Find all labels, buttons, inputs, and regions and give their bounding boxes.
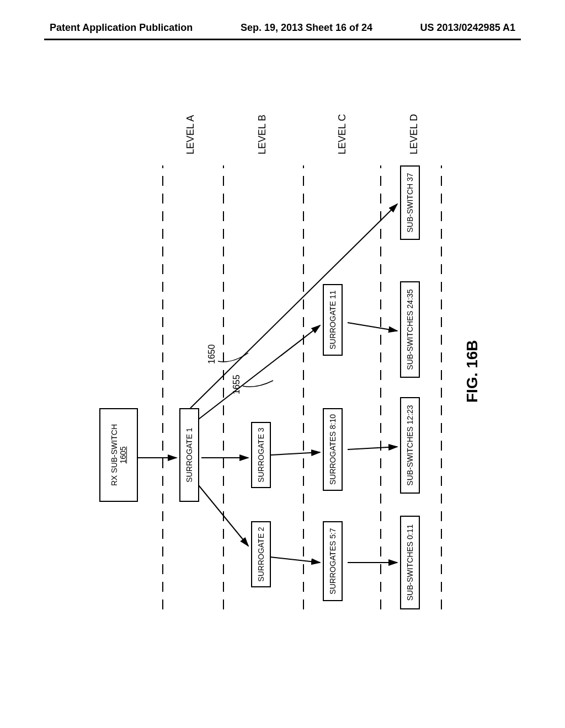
surrogate-3-label: SURROGATE 3 xyxy=(257,427,265,482)
page-header: Patent Application Publication Sep. 19, … xyxy=(0,22,565,34)
surrogate-2-label: SURROGATE 2 xyxy=(257,527,265,581)
svg-line-14 xyxy=(348,323,397,331)
node-surrogate-11: SURROGATE 11 xyxy=(323,284,343,356)
page: Patent Application Publication Sep. 19, … xyxy=(0,0,565,728)
sub-switch-37-label: SUB-SWITCH 37 xyxy=(406,173,414,232)
diagram-svg xyxy=(66,88,502,640)
node-surrogate-1: SURROGATE 1 xyxy=(179,408,199,502)
sub-switches-0-11-label: SUB-SWITCHES 0:11 xyxy=(406,524,414,601)
node-sub-switch-37: SUB-SWITCH 37 xyxy=(400,165,420,240)
level-a-label: LEVEL A xyxy=(185,115,196,154)
figure-area: RX SUB-SWITCH 1605 SURROGATE 1 SURROGATE… xyxy=(66,88,502,640)
surrogate-1-label: SURROGATE 1 xyxy=(185,427,194,482)
root-label-line1: RX SUB-SWITCH xyxy=(110,424,119,486)
svg-line-11 xyxy=(270,452,320,455)
ref-1650: 1650 xyxy=(207,344,217,364)
ref-1655: 1655 xyxy=(232,374,242,394)
svg-line-9 xyxy=(190,204,397,408)
surrogates-5-7-label: SURROGATES 5:7 xyxy=(328,528,337,594)
svg-line-10 xyxy=(270,557,320,563)
rotated-figure: RX SUB-SWITCH 1605 SURROGATE 1 SURROGATE… xyxy=(66,88,502,640)
node-sub-switches-0-11: SUB-SWITCHES 0:11 xyxy=(400,516,420,609)
surrogate-11-label: SURROGATE 11 xyxy=(328,290,337,349)
svg-line-13 xyxy=(348,447,397,449)
header-rule xyxy=(44,39,521,40)
level-d-label: LEVEL D xyxy=(408,114,420,154)
header-center: Sep. 19, 2013 Sheet 16 of 24 xyxy=(241,22,372,34)
node-surrogates-5-7: SURROGATES 5:7 xyxy=(323,521,343,601)
level-b-label: LEVEL B xyxy=(257,115,268,154)
header-right: US 2013/0242985 A1 xyxy=(420,22,515,34)
node-rx-sub-switch: RX SUB-SWITCH 1605 xyxy=(99,408,138,502)
sub-switches-12-23-label: SUB-SWITCHES 12:23 xyxy=(406,405,414,485)
node-sub-switches-24-35: SUB-SWITCHES 24:35 xyxy=(400,281,420,378)
figure-caption: FIG. 16B xyxy=(463,340,481,403)
header-left: Patent Application Publication xyxy=(50,22,193,34)
sub-switches-24-35-label: SUB-SWITCHES 24:35 xyxy=(406,289,414,370)
root-label-line2: 1605 xyxy=(119,446,127,463)
node-surrogate-3: SURROGATE 3 xyxy=(251,422,271,488)
node-surrogates-8-10: SURROGATES 8:10 xyxy=(323,408,343,491)
level-c-label: LEVEL C xyxy=(337,114,348,154)
node-sub-switches-12-23: SUB-SWITCHES 12:23 xyxy=(400,397,420,494)
surrogates-8-10-label: SURROGATES 8:10 xyxy=(328,414,337,485)
node-surrogate-2: SURROGATE 2 xyxy=(251,521,271,587)
